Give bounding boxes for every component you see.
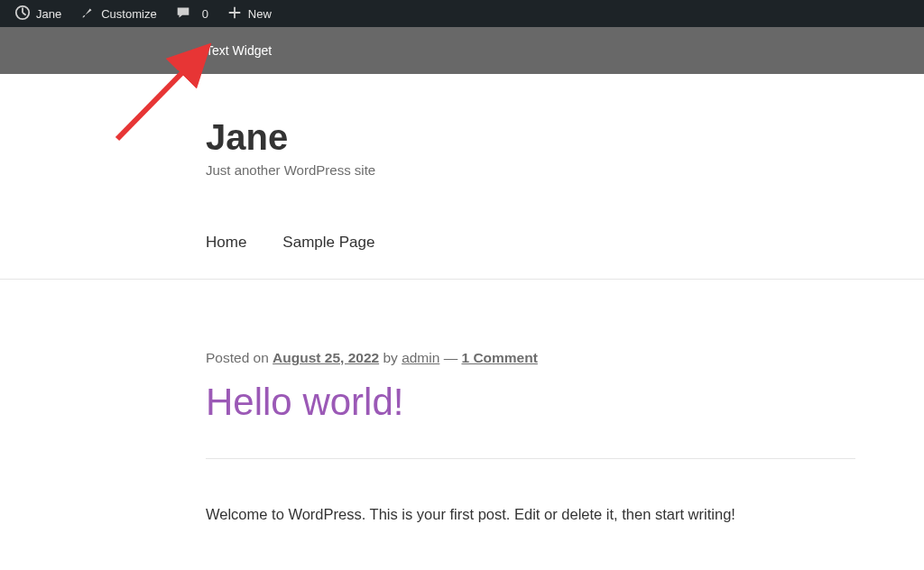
admin-new-label: New (248, 7, 272, 21)
post-author-link[interactable]: admin (402, 350, 439, 365)
post-separator (206, 458, 855, 459)
admin-comments-link[interactable]: 0 (166, 0, 217, 27)
post-date-link[interactable]: August 25, 2022 (273, 350, 379, 365)
post-content: Welcome to WordPress. This is your first… (206, 502, 855, 526)
admin-comments-count: 0 (202, 7, 208, 21)
post-title[interactable]: Hello world! (206, 381, 855, 424)
nav-item-home[interactable]: Home (206, 234, 246, 252)
admin-site-link[interactable]: Jane (5, 0, 70, 27)
nav-item-sample-page[interactable]: Sample Page (282, 234, 374, 252)
site-tagline: Just another WordPress site (206, 162, 888, 178)
by-prefix: by (379, 350, 402, 365)
widget-bar-label: Text Widget (206, 43, 272, 58)
brush-icon (79, 5, 101, 23)
admin-bar: Jane Customize 0 New (0, 0, 924, 27)
admin-site-name: Jane (36, 7, 61, 21)
site-title[interactable]: Jane (206, 117, 888, 157)
post: Posted on August 25, 2022 by admin — 1 C… (206, 350, 855, 526)
post-comments-link[interactable]: 1 Comment (461, 350, 537, 365)
widget-bar: Text Widget (0, 27, 924, 74)
admin-customize-label: Customize (101, 7, 156, 21)
comment-icon (175, 5, 197, 23)
site-header: Jane Just another WordPress site Home Sa… (206, 74, 888, 252)
post-meta: Posted on August 25, 2022 by admin — 1 C… (206, 350, 855, 366)
admin-customize-link[interactable]: Customize (70, 0, 165, 27)
primary-nav: Home Sample Page (206, 234, 888, 252)
plus-icon (226, 5, 248, 23)
admin-new-link[interactable]: New (217, 0, 281, 27)
meta-sep: — (439, 350, 461, 365)
header-divider (0, 279, 924, 280)
posted-on-prefix: Posted on (206, 350, 273, 365)
dashboard-icon (14, 5, 36, 23)
site-content: Jane Just another WordPress site Home Sa… (0, 74, 924, 526)
